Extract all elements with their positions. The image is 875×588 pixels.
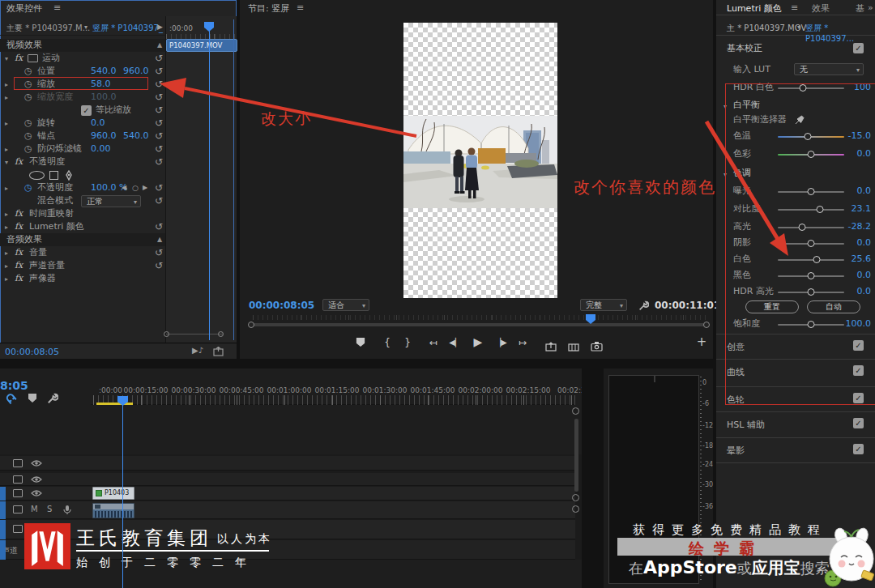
play-audio-icon[interactable]: ▶♪: [192, 346, 203, 355]
stopwatch-icon[interactable]: ◷: [24, 130, 32, 143]
color-wheels-checkbox[interactable]: ✓: [853, 393, 864, 403]
add-keyframe-icon[interactable]: ○: [132, 181, 139, 194]
zoom-level-select[interactable]: 适合 ▾: [322, 299, 369, 311]
export-frame-camera-icon[interactable]: [591, 341, 603, 352]
section-color-wheels[interactable]: 色轮 ✓: [716, 386, 875, 412]
hdr-highlight-value[interactable]: 0.0: [857, 285, 872, 298]
twirl-closed-icon[interactable]: ▸: [5, 208, 8, 221]
mini-timeline-clip[interactable]: P1040397.MOV: [166, 39, 237, 52]
scroll-handle[interactable]: [572, 505, 579, 513]
button-editor-icon[interactable]: +: [697, 334, 707, 350]
saturation-value[interactable]: 100.0: [846, 317, 872, 330]
source-patch-v1[interactable]: [0, 487, 6, 501]
tint-value[interactable]: 0.0: [857, 147, 872, 160]
reset-icon[interactable]: ↺: [155, 65, 163, 78]
opacity-effect-row[interactable]: ▾ fx 不透明度 ↺: [0, 156, 165, 168]
scrubber-handle-right[interactable]: [703, 322, 710, 328]
blacks-value[interactable]: 0.0: [857, 269, 872, 282]
twirl-closed-icon[interactable]: ▸: [5, 247, 8, 260]
program-monitor-title[interactable]: 节目: 竖屏: [248, 2, 289, 15]
track-a1[interactable]: M S: [0, 501, 575, 519]
mark-in-icon[interactable]: {: [384, 334, 391, 351]
temperature-value[interactable]: -15.0: [848, 130, 871, 143]
reset-icon[interactable]: ↺: [155, 117, 163, 130]
effect-controls-title[interactable]: 效果控件: [6, 2, 42, 15]
auto-button[interactable]: 自动: [807, 300, 860, 313]
twirl-open-icon[interactable]: ▾: [5, 156, 8, 169]
lift-icon[interactable]: [545, 342, 557, 352]
tone-header[interactable]: ▾ 色调: [716, 167, 875, 181]
stopwatch-active-icon[interactable]: ◷: [24, 181, 32, 194]
panner-row[interactable]: ▸ fx 声像器: [0, 272, 165, 285]
source-patch-a1[interactable]: [0, 501, 6, 519]
vignette-checkbox[interactable]: ✓: [853, 444, 864, 454]
solo-button[interactable]: S: [47, 505, 52, 513]
scrubber-handle-left[interactable]: [248, 322, 254, 328]
chevron-down-icon[interactable]: ▾: [84, 23, 88, 31]
playback-quality-select[interactable]: 完整 ▾: [580, 299, 627, 311]
add-marker-icon[interactable]: [356, 338, 365, 347]
reset-button[interactable]: 重置: [745, 300, 799, 313]
reset-icon[interactable]: ↺: [155, 259, 163, 272]
section-hsl[interactable]: HSL 辅助 ✓: [716, 411, 875, 437]
twirl-closed-icon[interactable]: ▸: [5, 79, 8, 92]
volume-row[interactable]: ▸ fx 音量 ↺: [0, 246, 165, 259]
ec-scroll-handle-right[interactable]: [218, 331, 224, 337]
stopwatch-icon[interactable]: ◷: [24, 143, 32, 156]
section-curves[interactable]: 曲线 ✓: [716, 359, 875, 385]
lumetri-sequence-label[interactable]: 竖屏 * P1040397...: [805, 23, 875, 43]
position-y-value[interactable]: 960.0: [123, 65, 149, 78]
tab-lumetri-color[interactable]: Lumetri 颜色: [727, 2, 782, 15]
source-clip-label[interactable]: 主要 * P1040397.M...: [6, 23, 90, 34]
fx-badge-icon[interactable]: fx: [15, 246, 23, 259]
position-x-value[interactable]: 540.0: [91, 65, 117, 78]
reset-icon[interactable]: ↺: [155, 104, 163, 117]
section-vignette[interactable]: 晕影 ✓: [716, 437, 875, 463]
timeline-v-scrollbar[interactable]: [574, 419, 578, 492]
collapse-icon[interactable]: ▲: [157, 233, 162, 246]
twirl-closed-icon[interactable]: ▸: [5, 182, 8, 195]
saturation-slider[interactable]: [778, 324, 844, 326]
scrubber-track[interactable]: [251, 323, 708, 326]
scroll-handle[interactable]: [572, 494, 579, 501]
twirl-open-icon[interactable]: ▾: [723, 168, 727, 181]
shadows-slider[interactable]: [778, 243, 844, 245]
twirl-open-icon[interactable]: ▾: [723, 100, 727, 113]
reset-icon[interactable]: ↺: [155, 156, 163, 168]
twirl-open-icon[interactable]: ▾: [5, 53, 8, 66]
twirl-closed-icon[interactable]: ▸: [5, 117, 8, 130]
pen-mask-icon[interactable]: [64, 170, 74, 181]
reset-icon[interactable]: ↺: [155, 78, 163, 91]
step-back-icon[interactable]: ◀▏: [449, 334, 461, 351]
ec-scroll-handle-left[interactable]: [164, 331, 169, 337]
sequence-label[interactable]: 竖屏 * P1040397_: [92, 23, 163, 34]
motion-effect-row[interactable]: ▾ fx 运动 ↺: [0, 52, 165, 65]
play-button-icon[interactable]: ▶: [474, 334, 483, 350]
panel-menu-icon[interactable]: ≡: [53, 2, 61, 13]
reset-icon[interactable]: ↺: [155, 181, 163, 194]
reset-icon[interactable]: ↺: [155, 130, 163, 143]
rotation-value[interactable]: 0.0: [91, 117, 105, 130]
exposure-value[interactable]: 0.0: [857, 185, 872, 198]
eyedropper-icon[interactable]: [795, 115, 805, 125]
twirl-closed-icon[interactable]: ▸: [5, 143, 8, 156]
basic-correction-checkbox[interactable]: ✓: [853, 43, 864, 53]
effect-controls-mini-timeline[interactable]: :00:00 P1040397.MOV: [165, 16, 237, 343]
chevron-down-icon[interactable]: ▾: [797, 23, 800, 31]
stopwatch-icon[interactable]: ◷: [24, 65, 32, 78]
mute-button[interactable]: M: [31, 505, 38, 513]
anchor-x-value[interactable]: 960.0: [91, 130, 117, 143]
video-clip[interactable]: P10403: [92, 487, 134, 500]
hsl-checkbox[interactable]: ✓: [853, 418, 864, 428]
snap-icon[interactable]: [5, 393, 17, 404]
track-lock-icon[interactable]: [13, 505, 23, 513]
reset-icon[interactable]: ↺: [155, 194, 163, 207]
whites-slider[interactable]: [778, 259, 844, 261]
exposure-slider[interactable]: [778, 191, 844, 193]
ec-h-scrollbar[interactable]: [166, 334, 223, 334]
master-clip-label[interactable]: 主 * P1040397.MOV: [727, 23, 806, 34]
shadows-value[interactable]: 0.0: [857, 236, 872, 249]
time-remap-row[interactable]: ▸ fx 时间重映射: [0, 207, 165, 220]
tab-effects[interactable]: 效果: [812, 2, 830, 15]
scale-value[interactable]: 58.0: [91, 78, 111, 91]
